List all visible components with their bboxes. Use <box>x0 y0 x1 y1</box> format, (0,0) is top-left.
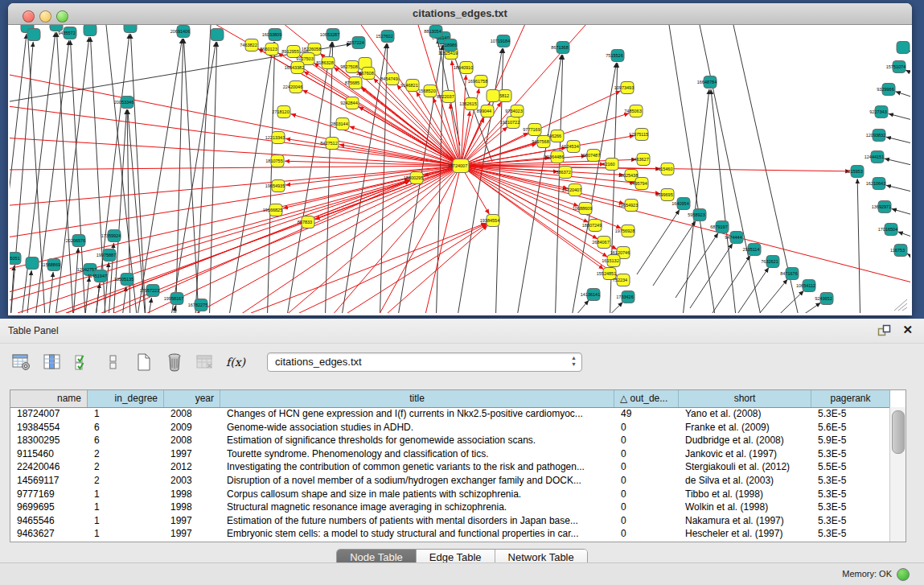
column-header-year[interactable]: year <box>164 390 220 407</box>
import-table-button-disabled[interactable] <box>195 352 216 373</box>
citation-network-graph[interactable]: 1872400786601238912955182260589127503165… <box>10 25 910 313</box>
table-cell[interactable]: Structural magnetic resonance image aver… <box>220 501 614 514</box>
table-cell[interactable]: 5.3E-5 <box>811 488 890 501</box>
table-cell[interactable]: Corpus callosum shape and size in male p… <box>220 488 614 501</box>
node-table[interactable]: namein_degreeyeartitle△ out_de...shortpa… <box>10 389 906 542</box>
table-row[interactable]: 946362711997Embryonic stem cells: a mode… <box>10 527 890 541</box>
column-header-in_degree[interactable]: in_degree <box>88 390 164 407</box>
table-cell[interactable]: 5.9E-5 <box>811 434 890 447</box>
table-cell[interactable]: 5.5E-5 <box>811 460 890 474</box>
table-cell[interactable]: 5.3E-5 <box>811 407 890 421</box>
table-cell[interactable]: 9465546 <box>10 514 88 528</box>
function-builder-button[interactable]: f(x) <box>225 352 246 373</box>
show-columns-button[interactable] <box>42 352 63 373</box>
table-cell[interactable]: 2008 <box>164 407 220 421</box>
column-header-title[interactable]: title <box>220 390 614 407</box>
table-cell[interactable]: 22420046 <box>10 460 88 474</box>
table-cell[interactable]: 2 <box>88 460 164 474</box>
table-cell[interactable]: 2 <box>88 447 164 461</box>
table-cell[interactable]: Embryonic stem cells: a model to study s… <box>220 527 614 541</box>
table-vertical-scrollbar[interactable] <box>889 407 906 542</box>
table-row[interactable]: 1938455462009Genome-wide association stu… <box>10 421 890 435</box>
graph-node-teal[interactable] <box>897 42 910 54</box>
table-cell[interactable]: 5.3E-5 <box>811 514 890 528</box>
table-cell[interactable]: 9777169 <box>10 488 88 501</box>
table-cell[interactable]: Estimation of significance thresholds fo… <box>220 434 614 447</box>
table-cell[interactable]: 0 <box>614 501 679 514</box>
table-cell[interactable]: 19384554 <box>10 421 88 435</box>
table-cell[interactable]: Stergiakouli et al. (2012) <box>679 460 811 474</box>
table-cell[interactable]: Disruption of a novel member of a sodium… <box>220 474 614 488</box>
table-cell[interactable]: 0 <box>614 527 679 541</box>
column-header-short[interactable]: short <box>679 390 811 407</box>
table-cell[interactable]: 5.3E-5 <box>811 527 890 541</box>
graph-node-yellow[interactable] <box>487 90 499 102</box>
table-cell[interactable]: 18300295 <box>10 434 88 447</box>
network-canvas[interactable]: 1872400786601238912955182260589127503165… <box>10 25 910 313</box>
graph-node-teal[interactable] <box>27 29 40 41</box>
graph-node-teal[interactable] <box>211 29 224 41</box>
network-table-select[interactable]: citations_edges.txt ▲▼ <box>267 352 582 372</box>
table-cell[interactable]: 0 <box>614 460 679 474</box>
table-cell[interactable]: 18724007 <box>10 407 88 421</box>
table-cell[interactable]: Jankovic et al. (1997) <box>679 447 811 461</box>
table-cell[interactable]: 2009 <box>164 421 220 435</box>
select-all-rows-button[interactable] <box>72 352 93 373</box>
table-cell[interactable]: 1997 <box>164 527 220 541</box>
table-row[interactable]: 1456911722003Disruption of a novel membe… <box>10 474 890 488</box>
table-cell[interactable]: 1 <box>88 488 164 501</box>
table-cell[interactable]: 5.3E-5 <box>811 447 890 461</box>
table-cell[interactable]: 5.6E-5 <box>811 421 890 435</box>
table-cell[interactable]: 9463627 <box>10 527 88 541</box>
table-cell[interactable]: 6 <box>88 434 164 447</box>
network-view-window[interactable]: citations_edges.txt 18724007866012389129… <box>8 3 912 315</box>
table-cell[interactable]: 1997 <box>164 514 220 528</box>
table-row[interactable]: 1872400712008Changes of HCN gene express… <box>10 407 890 421</box>
node-table-body[interactable]: 1872400712008Changes of HCN gene express… <box>10 407 890 542</box>
table-cell[interactable]: 1997 <box>164 447 220 461</box>
table-cell[interactable]: Wolkin et al. (1998) <box>679 501 811 514</box>
table-cell[interactable]: Nakamura et al. (1997) <box>679 514 811 528</box>
table-cell[interactable]: 0 <box>614 474 679 488</box>
table-row[interactable]: 1830029562008Estimation of significance … <box>10 434 890 447</box>
table-cell[interactable]: 1 <box>88 501 164 514</box>
table-cell[interactable]: Franke et al. (2009) <box>679 421 811 435</box>
table-cell[interactable]: 1 <box>88 527 164 541</box>
graph-node-teal[interactable] <box>124 25 137 33</box>
table-cell[interactable]: 0 <box>614 447 679 461</box>
table-cell[interactable]: 2003 <box>164 474 220 488</box>
table-cell[interactable]: Hescheler et al. (1997) <box>679 527 811 541</box>
table-cell[interactable]: 9699695 <box>10 501 88 514</box>
column-header-out_de[interactable]: △ out_de... <box>614 390 679 407</box>
scrollbar-thumb[interactable] <box>892 410 905 454</box>
float-panel-icon[interactable] <box>877 324 891 336</box>
table-cell[interactable]: Estimation of the future numbers of pati… <box>220 514 614 528</box>
table-cell[interactable]: 5.3E-5 <box>811 501 890 514</box>
table-cell[interactable]: 1998 <box>164 488 220 501</box>
table-cell[interactable]: 1 <box>88 407 164 421</box>
table-cell[interactable]: 0 <box>614 421 679 435</box>
table-cell[interactable]: Tourette syndrome. Phenomenology and cla… <box>220 447 614 461</box>
table-cell[interactable]: 9115460 <box>10 447 88 461</box>
table-cell[interactable]: de Silva et al. (2003) <box>679 474 811 488</box>
table-settings-button[interactable] <box>11 352 32 373</box>
table-row[interactable]: 977716911998Corpus callosum shape and si… <box>10 488 890 501</box>
table-cell[interactable]: Yano et al. (2008) <box>679 407 811 421</box>
table-cell[interactable]: Changes of HCN gene expression and I(f) … <box>220 407 614 421</box>
network-window-titlebar[interactable]: citations_edges.txt <box>8 3 912 25</box>
graph-node-teal[interactable] <box>26 257 39 270</box>
table-cell[interactable]: Genome-wide association studies in ADHD. <box>220 421 614 435</box>
table-cell[interactable]: 0 <box>614 488 679 501</box>
window-resize-grip[interactable] <box>891 297 909 311</box>
unselect-rows-button[interactable] <box>103 352 124 373</box>
table-cell[interactable]: 1 <box>88 514 164 528</box>
table-cell[interactable]: 2 <box>88 474 164 488</box>
table-cell[interactable]: 2008 <box>164 434 220 447</box>
graph-node-teal[interactable] <box>84 25 97 36</box>
table-cell[interactable]: 2012 <box>164 460 220 474</box>
table-cell[interactable]: Tibbo et al. (1998) <box>679 488 811 501</box>
node-table-header-row[interactable]: namein_degreeyeartitle△ out_de...shortpa… <box>10 390 906 408</box>
table-row[interactable]: 911546021997Tourette syndrome. Phenomeno… <box>10 447 890 461</box>
table-row[interactable]: 946554611997Estimation of the future num… <box>10 514 890 528</box>
table-cell[interactable]: Investigating the contribution of common… <box>220 460 614 474</box>
